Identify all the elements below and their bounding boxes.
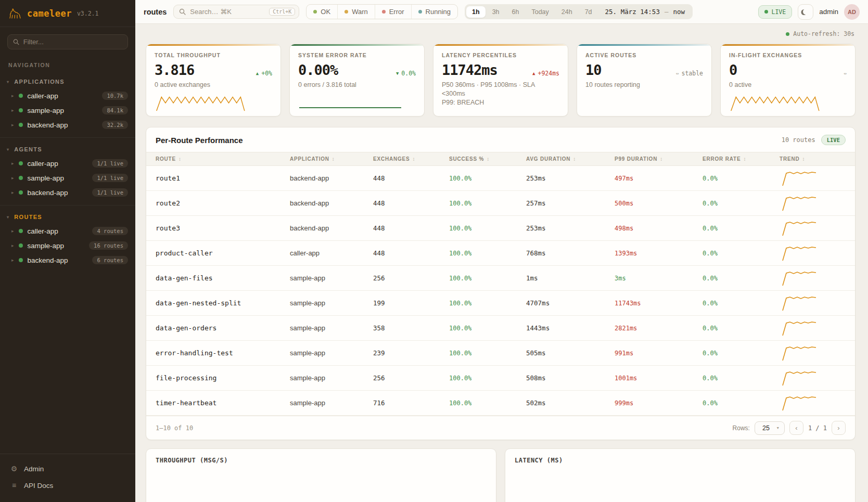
table-header-row: ROUTE↕ APPLICATION↕ EXCHANGES↕ SUCCESS %… xyxy=(146,152,855,166)
filter-warn[interactable]: Warn xyxy=(337,5,375,19)
avg-duration-value: 1443ms xyxy=(526,324,615,332)
avg-duration-value: 508ms xyxy=(526,374,615,382)
trend-sparkline xyxy=(780,344,819,363)
trend-sparkline xyxy=(780,269,819,288)
range-3h[interactable]: 3h xyxy=(487,6,505,18)
avg-duration-value: 505ms xyxy=(526,349,615,357)
caret-down-icon: ▾ xyxy=(7,147,9,152)
range-6h[interactable]: 6h xyxy=(506,6,525,18)
item-label: caller-app xyxy=(28,92,58,100)
column-trend[interactable]: TREND↕ xyxy=(780,156,846,162)
rows-per-page-select[interactable]: 25 ▾ xyxy=(755,421,785,435)
time-range-group: 1h 3h 6h Today 24h 7d 25. März 14:53 — n… xyxy=(465,4,693,19)
inflight-sparkline xyxy=(729,92,828,112)
routes-count: 10 routes xyxy=(782,136,815,144)
sidebar-item-caller-app-agent[interactable]: ▸ caller-app 1/1 live xyxy=(0,156,135,171)
item-badge: 4 routes xyxy=(92,227,128,235)
error-rate-value: 0.0% xyxy=(703,400,780,407)
error-rate-sparkline xyxy=(298,107,402,109)
filter-label: OK xyxy=(321,8,330,16)
sidebar: cameleer v3.2.1 NAVIGATION ▾ APPLICATION… xyxy=(0,0,135,502)
route-name: route1 xyxy=(156,174,290,182)
sidebar-item-backend-app-agent[interactable]: ▸ backend-app 1/1 live xyxy=(0,185,135,200)
range-today[interactable]: Today xyxy=(526,6,554,18)
range-24h[interactable]: 24h xyxy=(556,6,578,18)
breadcrumb: routes xyxy=(144,8,167,16)
sidebar-item-admin[interactable]: ⚙ Admin xyxy=(0,460,135,477)
table-row[interactable]: file-processing sample-app 256 100.0% 50… xyxy=(146,366,855,391)
caret-right-icon: ▸ xyxy=(11,258,14,263)
route-name: error-handling-test xyxy=(156,349,290,357)
sidebar-item-sample-app-routes[interactable]: ▸ sample-app 16 routes xyxy=(0,238,135,253)
table-row[interactable]: route1 backend-app 448 100.0% 253ms 497m… xyxy=(146,166,855,191)
api-docs-label: API Docs xyxy=(24,482,53,490)
prev-page-button[interactable]: ‹ xyxy=(789,421,803,435)
table-row[interactable]: data-gen-nested-split sample-app 199 100… xyxy=(146,291,855,316)
sort-icon: ↕ xyxy=(487,156,490,162)
column-p99-duration[interactable]: P99 DURATION↕ xyxy=(615,156,703,162)
kpi-value: 3.816 xyxy=(155,62,194,78)
section-header-applications[interactable]: ▾ APPLICATIONS xyxy=(0,74,135,88)
theme-toggle-button[interactable] xyxy=(798,4,813,20)
section-header-routes[interactable]: ▾ ROUTES xyxy=(0,210,135,224)
filter-input[interactable] xyxy=(23,38,122,46)
success-value: 100.0% xyxy=(449,300,526,307)
table-row[interactable]: route3 backend-app 448 100.0% 253ms 498m… xyxy=(146,216,855,241)
kpi-delta: ▼ 0.0% xyxy=(396,70,416,77)
p99-duration-value: 1393ms xyxy=(615,250,703,257)
kpi-active-routes: ACTIVE ROUTES 10 ⇔ stable 10 routes repo… xyxy=(577,44,712,117)
avatar[interactable]: AD xyxy=(844,4,860,20)
table-row[interactable]: route2 backend-app 448 100.0% 257ms 500m… xyxy=(146,191,855,216)
sidebar-item-api-docs[interactable]: ≡ API Docs xyxy=(0,477,135,494)
item-badge: 1/1 live xyxy=(92,188,128,197)
running-dot-icon xyxy=(418,10,422,14)
filter-running[interactable]: Running xyxy=(411,5,457,19)
section-header-agents[interactable]: ▾ AGENTS xyxy=(0,142,135,156)
column-avg-duration[interactable]: AVG DURATION↕ xyxy=(526,156,615,162)
table-row[interactable]: error-handling-test sample-app 239 100.0… xyxy=(146,341,855,366)
search-input[interactable]: Search… ⌘K Ctrl+K xyxy=(173,5,299,19)
item-label: sample-app xyxy=(28,174,65,182)
sidebar-item-backend-app-routes[interactable]: ▸ backend-app 6 routes xyxy=(0,253,135,267)
kpi-value: 0.00% xyxy=(298,62,338,78)
column-success[interactable]: SUCCESS %↕ xyxy=(449,156,526,162)
column-route[interactable]: ROUTE↕ xyxy=(156,156,290,162)
chart-title: LATENCY (MS) xyxy=(515,457,846,464)
sort-icon: ↕ xyxy=(178,156,182,162)
per-route-performance-card: Per-Route Performance 10 routes LIVE ROU… xyxy=(146,127,856,440)
status-dot xyxy=(19,229,23,233)
success-value: 100.0% xyxy=(449,275,526,282)
table-footer: 1–10 of 10 Rows: 25 ▾ ‹ 1 / 1 › xyxy=(146,416,855,440)
table-row[interactable]: data-gen-files sample-app 256 100.0% 1ms… xyxy=(146,266,855,291)
live-toggle[interactable]: LIVE xyxy=(758,5,793,19)
table-row[interactable]: product-caller caller-app 448 100.0% 768… xyxy=(146,241,855,266)
range-1h[interactable]: 1h xyxy=(466,6,486,18)
filter-error[interactable]: Error xyxy=(375,5,411,19)
exchanges-value: 239 xyxy=(373,349,449,357)
sidebar-filter[interactable] xyxy=(7,34,128,49)
success-value: 100.0% xyxy=(449,375,526,382)
next-page-button[interactable]: › xyxy=(832,421,846,435)
sidebar-item-caller-app-routes[interactable]: ▸ caller-app 4 routes xyxy=(0,224,135,238)
sidebar-item-sample-app[interactable]: ▸ sample-app 84.1k xyxy=(0,103,135,118)
item-badge: 6 routes xyxy=(92,256,128,264)
table-row[interactable]: data-gen-orders sample-app 358 100.0% 14… xyxy=(146,316,855,341)
auto-refresh-status: Auto-refresh: 30s xyxy=(146,28,856,44)
filter-ok[interactable]: OK xyxy=(307,5,337,19)
p99-duration-value: 500ms xyxy=(615,200,703,207)
ok-dot-icon xyxy=(313,10,317,14)
column-exchanges[interactable]: EXCHANGES↕ xyxy=(373,156,449,162)
kpi-title: ACTIVE ROUTES xyxy=(585,52,703,58)
column-application[interactable]: APPLICATION↕ xyxy=(290,156,373,162)
sidebar-item-sample-app-agent[interactable]: ▸ sample-app 1/1 live xyxy=(0,171,135,185)
range-7d[interactable]: 7d xyxy=(579,6,598,18)
date-range[interactable]: 25. März 14:53 — now xyxy=(599,6,691,18)
sidebar-item-caller-app[interactable]: ▸ caller-app 10.7k xyxy=(0,88,135,103)
table-row[interactable]: timer-heartbeat sample-app 716 100.0% 50… xyxy=(146,391,855,416)
caret-right-icon: ▸ xyxy=(11,175,14,181)
application-name: sample-app xyxy=(290,399,373,407)
sidebar-item-backend-app[interactable]: ▸ backend-app 32.2k xyxy=(0,118,135,132)
column-error-rate[interactable]: ERROR RATE↕ xyxy=(703,156,780,162)
topbar: routes Search… ⌘K Ctrl+K OK Warn Error xyxy=(135,0,868,24)
logo[interactable]: cameleer v3.2.1 xyxy=(0,0,135,27)
